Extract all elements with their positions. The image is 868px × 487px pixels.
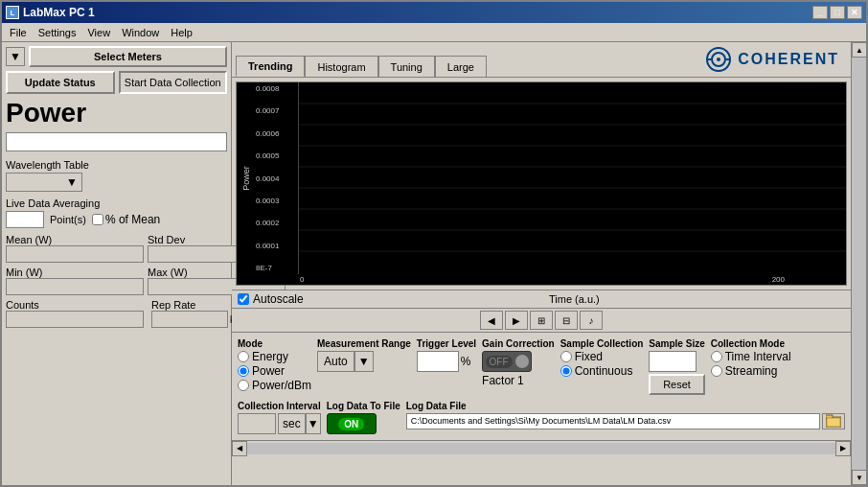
coherent-icon	[705, 46, 732, 73]
nav-next-button[interactable]: ▶	[505, 311, 528, 330]
vscroll-up-button[interactable]: ▲	[852, 42, 866, 58]
scroll-right-button[interactable]: ▶	[835, 441, 851, 456]
counts-row: Counts 0 Rep Rate 0 kHz	[6, 299, 227, 328]
mean-cell: Mean (W) 0	[6, 234, 144, 263]
gain-factor-label: Factor	[482, 374, 514, 387]
sample-size-input[interactable]: 200	[649, 351, 697, 372]
log-group: Log Data To File ON	[327, 401, 400, 434]
min-cell: Min (W) 0	[6, 267, 144, 295]
live-data-unit: Point(s)	[50, 214, 86, 225]
menu-view[interactable]: View	[81, 25, 116, 40]
interval-input[interactable]: 0.1	[238, 413, 276, 434]
nav-grid-button[interactable]: ⊞	[530, 311, 553, 330]
x-label-1: 200	[772, 275, 785, 284]
interval-unit-row: sec ▼	[278, 413, 321, 434]
tab-tuning[interactable]: Tuning	[378, 56, 435, 77]
menu-help[interactable]: Help	[165, 25, 198, 40]
wavelength-label: Wavelength Table	[6, 159, 227, 171]
nav-zoom-button[interactable]: ⊟	[555, 311, 578, 330]
sample-collection-group: Sample Collection Fixed Continuous	[560, 338, 644, 395]
minimize-button[interactable]: _	[812, 6, 828, 19]
nav-prev-button[interactable]: ◀	[480, 311, 503, 330]
menu-settings[interactable]: Settings	[33, 25, 82, 40]
update-status-button[interactable]: Update Status	[6, 71, 115, 94]
trigger-label: Trigger Level	[417, 338, 476, 349]
log-file-label: Log Data File	[406, 401, 845, 411]
chart-inner: Power 0.0008 0.0007 0.0006 0.0005 0.0004…	[237, 82, 846, 274]
tab-trending[interactable]: Trending	[236, 56, 305, 77]
mode-dbm-row: Power/dBm	[238, 379, 311, 392]
range-row: Auto ▼	[317, 351, 411, 372]
interval-unit-label: sec	[283, 417, 301, 430]
collection-mode-group: Collection Mode Time Interval Streaming	[711, 338, 791, 395]
main-content: ▼ Select Meters Update Status Start Data…	[2, 42, 866, 485]
mode-energy-radio[interactable]	[238, 351, 249, 362]
streaming-radio[interactable]	[711, 365, 722, 377]
range-auto-display: Auto	[317, 351, 354, 372]
reset-button[interactable]: Reset	[649, 374, 704, 395]
wavelength-dropdown[interactable]: ▼	[6, 173, 82, 192]
nav-audio-button[interactable]: ♪	[580, 311, 603, 330]
trigger-input[interactable]: 100	[417, 351, 459, 372]
select-meters-button[interactable]: Select Meters	[29, 46, 227, 67]
svg-rect-15	[827, 418, 840, 427]
close-button[interactable]: ✕	[847, 6, 862, 19]
time-interval-radio[interactable]	[711, 351, 722, 362]
menu-window[interactable]: Window	[116, 25, 165, 40]
folder-icon	[826, 414, 841, 428]
mode-power-radio[interactable]	[238, 365, 249, 377]
autoscale-checkbox[interactable]	[238, 293, 249, 305]
power-label: Power	[6, 98, 227, 128]
measurement-range-group: Measurement Range Auto ▼	[317, 338, 411, 395]
gain-toggle[interactable]: OFF	[482, 351, 532, 372]
mean-input[interactable]: 0	[6, 245, 144, 263]
counts-cell: Counts 0	[6, 299, 144, 328]
right-and-scroll: Trending Histogram Tuning Large COH	[232, 42, 866, 485]
live-data-header: Live Data Averaging	[6, 197, 227, 209]
maximize-button[interactable]: □	[830, 6, 845, 19]
right-content: Trending Histogram Tuning Large COH	[232, 42, 851, 485]
plot-area	[298, 82, 846, 274]
range-dropdown-arrow[interactable]: ▼	[354, 351, 374, 372]
range-auto-label: Auto	[324, 355, 348, 368]
window-title: LabMax PC 1	[23, 6, 95, 19]
mode-dbm-label: Power/dBm	[252, 379, 311, 392]
bottom-controls: Mode Energy Power Power/dBm	[232, 332, 851, 440]
folder-browse-button[interactable]	[822, 413, 845, 429]
min-input[interactable]: 0	[6, 278, 144, 295]
autoscale-checkbox-group: Autoscale	[238, 292, 304, 306]
min-label: Min (W)	[6, 267, 144, 278]
main-window: L LabMax PC 1 _ □ ✕ File Settings View W…	[0, 0, 868, 487]
tab-large[interactable]: Large	[435, 56, 487, 77]
interval-unit-dropdown-arrow[interactable]: ▼	[306, 413, 321, 434]
sample-continuous-row: Continuous	[560, 364, 644, 378]
sample-fixed-radio[interactable]	[560, 351, 572, 362]
gain-factor-row: Factor 1	[482, 374, 555, 387]
mode-group: Mode Energy Power Power/dBm	[238, 338, 311, 395]
tab-header: Trending Histogram Tuning Large COH	[232, 42, 851, 78]
scroll-track[interactable]	[247, 443, 835, 454]
vscroll-track[interactable]	[852, 58, 866, 470]
scroll-left-button[interactable]: ◀	[232, 441, 247, 456]
y-axis-label: Power	[241, 166, 251, 191]
gain-label: Gain Correction	[482, 338, 555, 349]
sample-fixed-row: Fixed	[560, 350, 644, 363]
percent-of-mean-checkbox[interactable]	[92, 214, 103, 225]
menu-bar: File Settings View Window Help	[2, 23, 866, 42]
start-collection-button[interactable]: Start Data Collection	[119, 71, 228, 94]
vscroll-down-button[interactable]: ▼	[852, 470, 866, 485]
x-labels-row: 0 200	[237, 274, 846, 285]
sample-continuous-radio[interactable]	[560, 365, 572, 377]
power-value-bar	[6, 132, 227, 151]
live-data-input[interactable]: 1	[6, 211, 44, 228]
mode-dbm-radio[interactable]	[238, 380, 249, 391]
menu-file[interactable]: File	[4, 25, 33, 40]
tab-histogram[interactable]: Histogram	[305, 56, 377, 77]
y-label-2: 0.0006	[256, 129, 298, 138]
log-toggle[interactable]: ON	[327, 413, 377, 434]
counts-input[interactable]: 0	[6, 311, 144, 328]
rep-rate-input[interactable]: 0	[151, 311, 228, 328]
y-label-3: 0.0005	[256, 151, 298, 160]
coherent-branding: COHERENT	[705, 46, 847, 77]
meter-dropdown-arrow[interactable]: ▼	[6, 47, 25, 66]
